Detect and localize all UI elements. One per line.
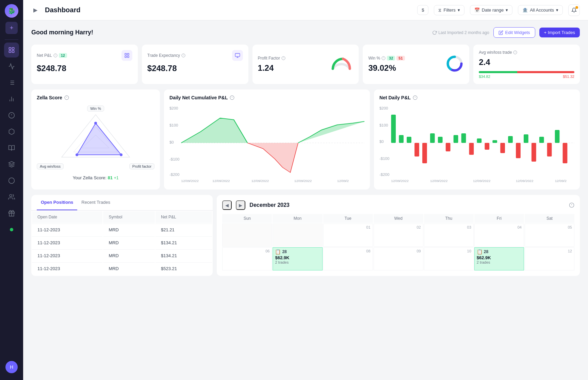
cal-cell-04[interactable]: 04 [474, 224, 524, 247]
cal-cell-09[interactable]: 09 [374, 247, 423, 270]
svg-text:12/09/2: 12/09/2 [555, 179, 567, 183]
svg-text:$0: $0 [169, 141, 174, 144]
avg-win-value: $34.82 [479, 75, 490, 79]
svg-point-21 [10, 228, 13, 231]
cal-cell-08[interactable]: 08 [323, 247, 373, 270]
svg-rect-88 [454, 135, 458, 143]
cal-header-fri: Fri [474, 214, 524, 223]
sidebar-item-chart[interactable] [4, 59, 19, 74]
chevron-down-icon: ▾ [556, 7, 558, 13]
svg-text:$200: $200 [379, 106, 388, 110]
positions-table: Open Date Symbol Net P&L 11-12-2023 MRD … [31, 211, 213, 275]
date-range-button[interactable]: 📅 Date range ▾ [470, 5, 512, 15]
cell-pnl: $523.21 [156, 262, 212, 275]
svg-text:12/09/2022: 12/09/2022 [181, 179, 199, 183]
sidebar-item-stack[interactable] [4, 157, 19, 172]
cal-cell-07[interactable]: 📋 28 $62.9K 2 trades [273, 247, 322, 270]
page-title: Dashboard [45, 6, 412, 14]
svg-text:12/09/2022: 12/09/2022 [212, 179, 230, 183]
radar-label-avg-win-loss: Avg win/loss [37, 163, 64, 169]
sidebar-item-gift[interactable] [4, 206, 19, 221]
svg-text:12/09/2022: 12/09/2022 [473, 179, 491, 183]
add-button[interactable]: + [5, 22, 18, 34]
import-trades-button[interactable]: + Import Trades [539, 28, 580, 37]
svg-point-56 [76, 153, 78, 156]
table-row: 11-12-2023 MRD $523.21 [32, 262, 212, 275]
sidebar-item-box[interactable] [4, 124, 19, 139]
net-daily-pnl-card: Net Daily P&L $200 $100 $0 -$100 -$200 [374, 89, 580, 189]
win-pct-badge-red: 51 [396, 56, 405, 61]
svg-rect-94 [500, 143, 505, 153]
svg-rect-86 [438, 137, 443, 143]
sidebar-item-alert[interactable] [4, 108, 19, 123]
cal-cell-07-value: $62.9K [275, 255, 320, 260]
net-pnl-label: Net P&L 12 [37, 53, 67, 58]
cal-cell-12[interactable]: 12 [525, 247, 574, 270]
cell-symbol: MRD [103, 249, 155, 262]
svg-rect-3 [12, 51, 14, 53]
edit-widgets-button[interactable]: Edit Widgets [493, 27, 535, 38]
sidebar-item-dot[interactable] [4, 222, 19, 237]
cal-header-sun: Sun [222, 214, 272, 223]
sidebar-logo: 🐉 [5, 4, 18, 18]
cal-cell-02[interactable]: 02 [374, 224, 423, 247]
sidebar-item-book[interactable] [4, 141, 19, 155]
chevron-down-icon: ▾ [506, 7, 508, 13]
svg-rect-93 [492, 140, 497, 143]
cal-cell-empty [273, 224, 322, 247]
zella-score-title: Zella Score [37, 95, 154, 100]
cal-header-wed: Wed [374, 214, 423, 223]
charts-row: Zella Score [31, 89, 580, 189]
accounts-icon: 🏦 [522, 7, 528, 13]
notification-button[interactable] [568, 4, 580, 16]
tab-recent-trades[interactable]: Recent Trades [77, 195, 114, 210]
tab-open-positions[interactable]: Open Positions [37, 195, 77, 210]
sidebar-item-dashboard[interactable] [4, 43, 19, 57]
svg-rect-2 [9, 51, 11, 53]
win-pct-badge-green: 32 [387, 56, 395, 61]
sidebar-item-circle[interactable] [4, 173, 19, 188]
svg-rect-92 [485, 143, 489, 150]
cell-symbol: MRD [103, 236, 155, 249]
cal-cell-empty [222, 224, 272, 247]
dollar-icon-button[interactable]: $ [417, 5, 428, 15]
avatar[interactable]: H [5, 361, 18, 373]
svg-rect-91 [477, 138, 482, 143]
cal-cell-11[interactable]: 📋 28 $62.9K 2 trades [474, 247, 524, 270]
svg-rect-81 [399, 135, 404, 143]
svg-rect-80 [391, 115, 396, 143]
col-symbol: Symbol [103, 211, 155, 223]
svg-text:$100: $100 [169, 123, 178, 127]
cal-cell-01[interactable]: 01 [323, 224, 373, 247]
svg-text:12/09/2022: 12/09/2022 [251, 179, 269, 183]
svg-rect-89 [461, 133, 466, 143]
table-row: 11-12-2023 MRD $134.21 [32, 249, 212, 262]
profit-factor-value: 1.24 [258, 63, 285, 73]
sidebar-toggle-button[interactable]: ▶ [31, 6, 39, 14]
calendar-prev-button[interactable]: ◀ [222, 200, 232, 210]
filters-button[interactable]: ⧖ Filters ▾ [434, 5, 464, 15]
cal-cell-03[interactable]: 03 [424, 224, 474, 247]
cell-symbol: MRD [103, 224, 155, 236]
svg-point-55 [120, 153, 122, 156]
sidebar-item-list[interactable] [4, 75, 19, 90]
bottom-row: Open Positions Recent Trades Open Date S… [31, 195, 580, 276]
cell-pnl: $134.21 [156, 249, 212, 262]
svg-rect-28 [127, 56, 129, 57]
radar-label-profit-factor: Profit factor [129, 163, 154, 169]
net-pnl-value: $248.78 [37, 64, 132, 73]
cal-cell-06[interactable]: 06 [222, 247, 272, 270]
table-row: 11-12-2023 MRD $134.21 [32, 236, 212, 249]
cal-cell-05[interactable]: 05 [525, 224, 574, 247]
stat-card-profit-factor: Profit Factor 1.24 [252, 45, 359, 84]
daily-cumulative-pnl-card: Daily Net Cumulative P&L $200 $100 $0 -$… [164, 89, 370, 189]
sidebar-item-users[interactable] [4, 189, 19, 204]
accounts-button[interactable]: 🏦 All Accounts ▾ [518, 5, 563, 15]
cal-cell-10[interactable]: 10 [424, 247, 474, 270]
calendar-next-button[interactable]: ▶ [236, 200, 245, 210]
sidebar-item-bar-chart[interactable] [4, 92, 19, 106]
trade-expectancy-value: $248.78 [147, 64, 243, 73]
avg-loss-value: $51.32 [563, 75, 574, 79]
calendar-info-icon[interactable] [569, 202, 574, 208]
svg-rect-97 [524, 134, 528, 143]
